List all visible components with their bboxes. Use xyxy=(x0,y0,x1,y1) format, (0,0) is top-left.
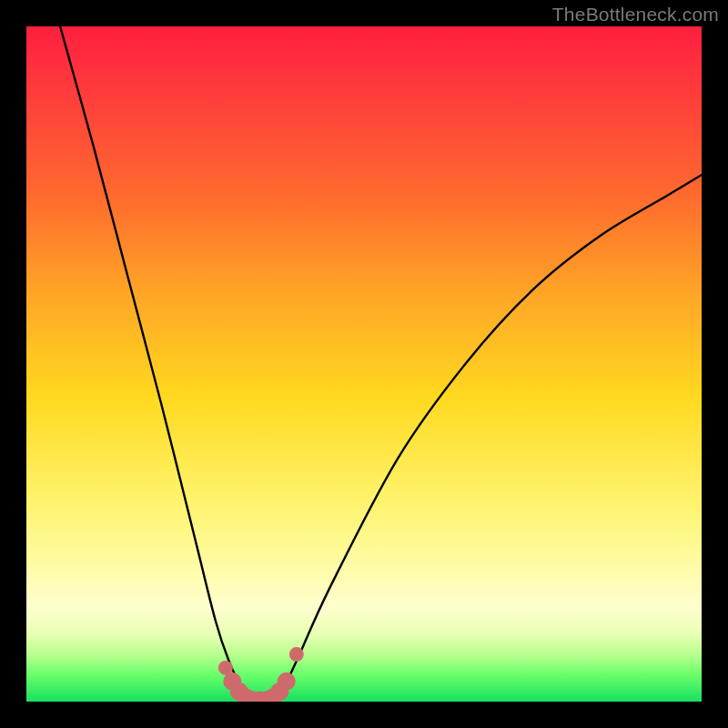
plot-area xyxy=(26,26,702,702)
bottleneck-curve xyxy=(60,26,702,702)
marker-point xyxy=(289,647,304,662)
watermark-text: TheBottleneck.com xyxy=(552,4,719,25)
marker-point xyxy=(278,672,296,691)
chart-svg xyxy=(26,26,702,702)
highlighted-points xyxy=(218,647,304,702)
